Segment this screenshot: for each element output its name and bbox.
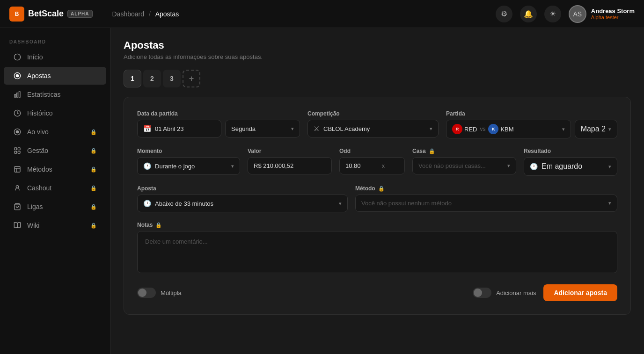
svg-text:B: B xyxy=(15,11,19,17)
sidebar-section-label: DASHBOARD xyxy=(0,36,110,47)
notas-label-text: Notas xyxy=(137,222,153,228)
competicao-dropdown[interactable]: ⚔ CBLOL Academy ▾ xyxy=(307,120,439,137)
sidebar-item-cashout[interactable]: Cashout 🔒 xyxy=(4,179,106,197)
logo-text: BetScale xyxy=(28,9,64,19)
tab-add-button[interactable]: + xyxy=(183,70,200,87)
team2-area: K KBM xyxy=(488,124,513,134)
team1-area: R RED xyxy=(452,124,477,134)
sidebar-item-inicio[interactable]: Início xyxy=(4,48,106,66)
valor-input[interactable] xyxy=(248,157,332,174)
metodo-label: Método 🔒 xyxy=(355,185,617,192)
tab-3[interactable]: 3 xyxy=(163,70,181,87)
sidebar-item-metodos[interactable]: Métodos 🔒 xyxy=(4,160,106,178)
metodo-dropdown[interactable]: Você não possui nenhum método ▾ xyxy=(355,195,617,212)
casa-dropdown[interactable]: Você não possui casas... ▾ xyxy=(412,157,516,174)
brightness-button[interactable]: ☀ xyxy=(544,6,561,22)
notifications-button[interactable]: 🔔 xyxy=(520,6,537,22)
user-name: Andreas Storm xyxy=(591,7,635,14)
breadcrumb-separator: / xyxy=(149,10,153,18)
lock-icon-notas: 🔒 xyxy=(155,222,162,228)
sidebar-item-historico[interactable]: Histórico xyxy=(4,104,106,122)
topbar: B BetScale ALPHA Dashboard / Apostas ⚙ 🔔… xyxy=(0,0,644,28)
valor-field[interactable] xyxy=(254,162,326,169)
lock-icon-metodo: 🔒 xyxy=(378,186,385,192)
sidebar-item-ao-vivo[interactable]: Ao vivo 🔒 xyxy=(4,123,106,141)
aposta-icon: 🕐 xyxy=(143,200,151,207)
page-header: Apostas Adicione todas as informações so… xyxy=(124,39,631,60)
sidebar-item-apostas[interactable]: Apostas xyxy=(4,67,106,85)
form-row-3: Aposta 🕐 Abaixo de 33 minutos ▾ Método 🔒 xyxy=(137,185,617,212)
page-subtitle: Adicione todas as informações sobre suas… xyxy=(124,53,631,60)
tab-1[interactable]: 1 xyxy=(124,70,141,87)
map-selector[interactable]: Mapa 2 ▾ xyxy=(575,120,617,138)
user-area[interactable]: AS Andreas Storm Alpha tester xyxy=(569,5,635,23)
svg-point-18 xyxy=(16,186,18,188)
sidebar-item-estatisticas[interactable]: Estatísticas xyxy=(4,86,106,103)
aposta-value: Abaixo de 33 minutos xyxy=(155,200,213,207)
form-group-metodo: Método 🔒 Você não possui nenhum método ▾ xyxy=(355,185,617,212)
multipla-toggle[interactable] xyxy=(137,288,156,298)
chevron-down-icon-momento: ▾ xyxy=(231,163,234,169)
sidebar-label-gestao: Gestão xyxy=(27,147,48,154)
settings-button[interactable]: ⚙ xyxy=(496,6,512,22)
aposta-label-text: Aposta xyxy=(137,185,156,192)
multipla-toggle-group: Múltipla xyxy=(137,288,182,298)
notas-textarea[interactable] xyxy=(137,231,617,273)
settings-icon: ⚙ xyxy=(501,9,507,18)
form-group-partida: Partida R RED vs K KBM xyxy=(446,110,617,138)
chevron-down-icon: ▾ xyxy=(291,126,294,132)
momento-dropdown[interactable]: 🕐 Durante o jogo ▾ xyxy=(137,157,240,175)
breadcrumb-root[interactable]: Dashboard xyxy=(112,10,145,18)
sidebar-label-estatisticas: Estatísticas xyxy=(27,91,61,98)
svg-rect-13 xyxy=(15,151,17,153)
odd-input[interactable]: x xyxy=(339,157,405,174)
notas-label: Notas 🔒 xyxy=(137,222,617,228)
svg-rect-6 xyxy=(17,93,18,97)
valor-label-text: Valor xyxy=(248,148,261,154)
form-group-casa: Casa 🔒 Você não possui casas... ▾ xyxy=(412,148,516,174)
odd-suffix: x xyxy=(382,163,389,169)
sidebar-item-gestao[interactable]: Gestão 🔒 xyxy=(4,142,106,159)
sidebar-item-wiki[interactable]: Wiki 🔒 xyxy=(4,217,106,234)
logo-icon: B xyxy=(9,7,24,22)
wiki-icon xyxy=(13,221,22,230)
adicionar-mais-toggle[interactable] xyxy=(473,288,491,298)
dia-dropdown[interactable]: Segunda ▾ xyxy=(225,120,300,137)
resultado-dropdown[interactable]: 🕐 Em aguardo ▾ xyxy=(524,157,617,176)
lock-icon-ligas: 🔒 xyxy=(90,204,97,210)
odd-field[interactable] xyxy=(340,158,382,174)
logo-area[interactable]: B BetScale ALPHA xyxy=(9,7,93,22)
lock-icon-wiki: 🔒 xyxy=(90,223,97,229)
data-label-text: Data da partida xyxy=(137,110,178,117)
svg-rect-14 xyxy=(18,151,20,153)
data-value: 01 Abril 23 xyxy=(155,125,183,132)
stats-icon xyxy=(13,90,22,99)
history-icon xyxy=(13,109,22,117)
sidebar-label-metodos: Métodos xyxy=(27,166,52,173)
tabs-row: 1 2 3 + xyxy=(124,70,631,87)
momento-label: Momento xyxy=(137,148,240,154)
lock-icon-cashout: 🔒 xyxy=(90,185,97,191)
competicao-label-text: Competição xyxy=(307,110,340,117)
sidebar-label-ao-vivo: Ao vivo xyxy=(27,128,49,136)
calendar-icon: 📅 xyxy=(143,125,151,132)
resultado-label-text: Resultado xyxy=(524,148,551,154)
match-selector[interactable]: R RED vs K KBM ▾ xyxy=(446,120,571,138)
page-title: Apostas xyxy=(124,39,631,51)
breadcrumb-current: Apostas xyxy=(155,10,179,18)
topbar-left: B BetScale ALPHA Dashboard / Apostas xyxy=(9,7,179,22)
resultado-label: Resultado xyxy=(524,148,617,154)
momento-label-text: Momento xyxy=(137,148,162,154)
sidebar-item-ligas[interactable]: Ligas 🔒 xyxy=(4,198,106,216)
tab-2[interactable]: 2 xyxy=(143,70,161,87)
apostas-icon xyxy=(13,72,22,80)
sidebar-label-inicio: Início xyxy=(27,53,43,61)
form-group-odd: Odd x xyxy=(339,148,405,174)
chevron-down-icon-aposta: ▾ xyxy=(339,201,342,207)
data-input[interactable]: 📅 01 Abril 23 xyxy=(137,120,221,137)
chevron-down-icon-casa: ▾ xyxy=(507,163,510,169)
adicionar-aposta-button[interactable]: Adicionar aposta xyxy=(543,284,617,301)
form-group-competicao: Competição ⚔ CBLOL Academy ▾ xyxy=(307,110,439,137)
aposta-dropdown[interactable]: 🕐 Abaixo de 33 minutos ▾ xyxy=(137,195,348,212)
form-group-data: Data da partida 📅 01 Abril 23 Segunda ▾ xyxy=(137,110,300,137)
